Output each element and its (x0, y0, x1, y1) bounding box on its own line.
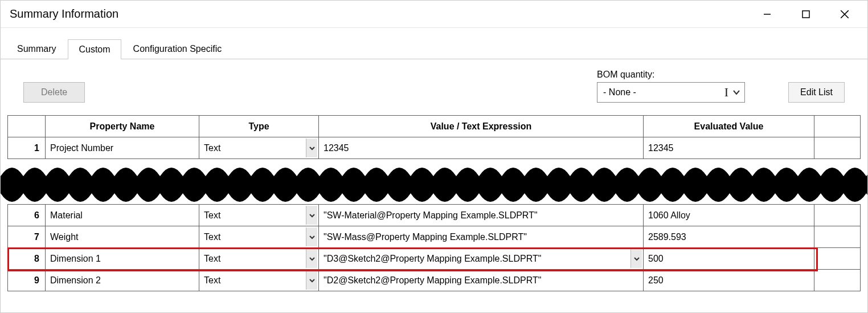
bom-quantity-value: - None - (603, 87, 721, 97)
cell-evaluated: 12345 (644, 137, 814, 159)
col-header-number (8, 116, 46, 137)
cell-value[interactable]: "SW-Material@Property Mapping Example.SL… (319, 205, 644, 226)
dropdown-arrow-icon[interactable] (306, 227, 317, 246)
row-number: 7 (8, 226, 46, 248)
cell-evaluated: 1060 Alloy (644, 205, 814, 226)
minimize-button[interactable] (760, 7, 774, 21)
row-number: 6 (8, 205, 46, 226)
cell-type[interactable]: Text (199, 137, 319, 159)
row-number: 8 (8, 248, 46, 270)
col-header-property-name: Property Name (46, 116, 199, 137)
table-row[interactable]: 8Dimension 1Text"D3@Sketch2@Property Map… (8, 248, 861, 270)
cell-value[interactable]: "D2@Sketch2@Property Mapping Example.SLD… (319, 270, 644, 291)
properties-table-wrap: Property Name Type Value / Text Expressi… (1, 115, 867, 291)
col-header-value: Value / Text Expression (319, 116, 644, 137)
cell-property-name[interactable]: Weight (46, 226, 199, 248)
col-header-type: Type (199, 116, 319, 137)
table-row[interactable]: 9Dimension 2Text"D2@Sketch2@Property Map… (8, 270, 861, 291)
cell-property-name[interactable]: Dimension 2 (46, 270, 199, 291)
dropdown-arrow-icon[interactable] (306, 206, 317, 225)
cell-spare (814, 137, 861, 159)
table-header-row: Property Name Type Value / Text Expressi… (8, 116, 861, 137)
dropdown-arrow-icon[interactable] (306, 249, 317, 268)
cell-value[interactable]: "D3@Sketch2@Property Mapping Example.SLD… (319, 248, 644, 270)
col-header-spare (814, 116, 861, 137)
tab-summary[interactable]: Summary (6, 39, 67, 59)
cell-type[interactable]: Text (199, 226, 319, 248)
close-button[interactable] (838, 7, 851, 21)
text-cursor-icon: I (724, 86, 728, 99)
dropdown-arrow-icon[interactable] (306, 139, 317, 157)
cell-evaluated: 500 (644, 248, 814, 270)
cell-type[interactable]: Text (199, 205, 319, 226)
cell-value[interactable]: "SW-Mass@Property Mapping Example.SLDPRT… (319, 226, 644, 248)
cell-spare (814, 270, 861, 291)
delete-button[interactable]: Delete (23, 82, 85, 103)
row-number: 9 (8, 270, 46, 291)
title-bar: Summary Information (1, 1, 867, 28)
window-title: Summary Information (10, 7, 760, 21)
tab-configuration-specific[interactable]: Configuration Specific (122, 39, 233, 59)
cell-property-name[interactable]: Material (46, 205, 199, 226)
svg-rect-1 (803, 11, 809, 18)
dropdown-arrow-icon[interactable] (306, 271, 317, 290)
tab-bar: Summary Custom Configuration Specific (1, 28, 867, 59)
cell-evaluated: 250 (644, 270, 814, 291)
table-row[interactable]: 6MaterialText"SW-Material@Property Mappi… (8, 205, 861, 226)
cell-type[interactable]: Text (199, 248, 319, 270)
table-row[interactable]: 7WeightText"SW-Mass@Property Mapping Exa… (8, 226, 861, 248)
tab-custom[interactable]: Custom (68, 39, 121, 59)
edit-list-button[interactable]: Edit List (788, 82, 845, 103)
bom-quantity-select[interactable]: - None - I (597, 82, 745, 103)
cell-property-name[interactable]: Dimension 1 (46, 248, 199, 270)
window-controls (760, 7, 858, 21)
chevron-down-icon (732, 88, 741, 97)
bom-quantity-group: BOM quantity: - None - I (597, 70, 745, 103)
cell-spare (814, 248, 861, 270)
cell-value[interactable]: 12345 (319, 137, 644, 159)
cell-evaluated: 2589.593 (644, 226, 814, 248)
table-row[interactable]: 1Project NumberText1234512345 (8, 137, 861, 159)
dialog-window: Summary Information Summary Custom Confi… (0, 0, 868, 313)
dropdown-arrow-icon[interactable] (630, 249, 642, 268)
row-number: 1 (8, 137, 46, 159)
cell-spare (814, 226, 861, 248)
cell-property-name[interactable]: Project Number (46, 137, 199, 159)
maximize-button[interactable] (799, 7, 813, 21)
cell-type[interactable]: Text (199, 270, 319, 291)
cell-spare (814, 205, 861, 226)
properties-table: Property Name Type Value / Text Expressi… (7, 115, 861, 291)
bom-quantity-label: BOM quantity: (597, 70, 745, 80)
toolbar: Delete BOM quantity: - None - I Edit Lis… (1, 59, 867, 115)
col-header-evaluated: Evaluated Value (644, 116, 814, 137)
